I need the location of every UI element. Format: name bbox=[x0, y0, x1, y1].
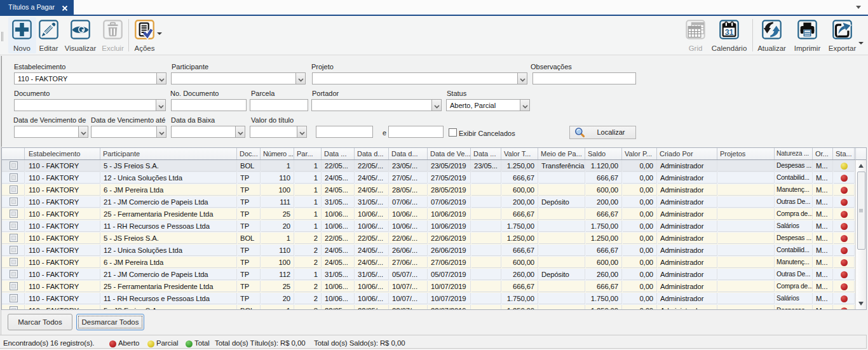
svg-text:31: 31 bbox=[725, 28, 734, 37]
